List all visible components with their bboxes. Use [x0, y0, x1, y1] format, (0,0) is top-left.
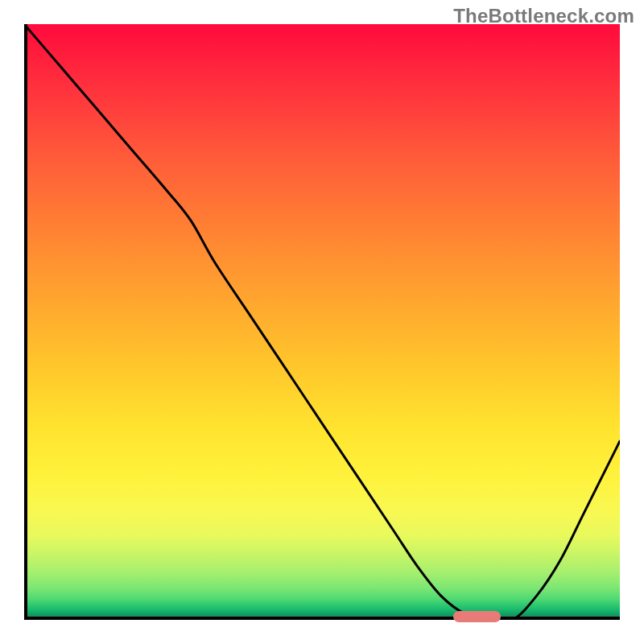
optimal-range-marker [453, 611, 501, 622]
plot-area [24, 24, 620, 620]
axes-frame [24, 24, 620, 620]
